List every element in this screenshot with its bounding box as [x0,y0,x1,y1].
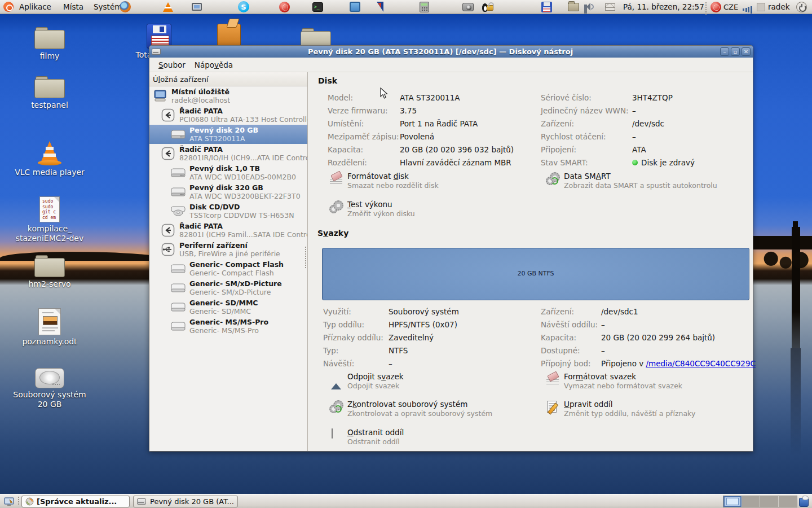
mount-point-link[interactable]: /media/C840CC9C40CC929C [646,359,755,368]
folder-applet-icon[interactable] [568,0,579,14]
terminal-launcher-icon[interactable]: >_ [312,0,323,14]
action-unmount-volume[interactable]: Odpojit svazek Odpojit svazek [329,372,404,391]
user-switcher-name[interactable]: radek [768,0,790,14]
sidebar-item-disk-320gb[interactable]: Pevný disk 320 GBATA WDC WD3200BEKT-22F3… [149,182,307,202]
disk-fields-left: Model:ATA ST320011A Verze firmwaru:3.75 … [328,91,514,169]
folder-icon [34,255,65,278]
action-format-disk[interactable]: Formátovat disk Smazat nebo rozdělit dis… [329,172,439,190]
drive-icon [137,498,145,505]
workspace-4[interactable] [779,496,797,507]
panel-grip [705,2,708,15]
menu-napoveda[interactable]: Nápověda [190,59,237,71]
sailboat-app-icon[interactable] [377,0,383,14]
sidebar-item-local-storage[interactable]: Místní úložištěradek@localhost [149,86,307,106]
package-manager-icon[interactable] [279,0,290,14]
hard-disk-icon [171,185,186,199]
check-gears-icon [329,400,343,414]
minimize-button[interactable]: – [720,47,729,56]
sidebar-item-generic-sd[interactable]: Generic- SD/MMCGeneric- SD/MMC [149,297,307,317]
desktop-icon-package[interactable] [217,24,241,46]
desktop-icon-filesystem-20gb[interactable]: Souborový systém20 GB [10,368,89,409]
desktop-icon-poznamky[interactable]: poznamky.odt [16,308,83,347]
maximize-button[interactable]: ▫ [731,47,740,56]
computer-launcher-icon[interactable] [192,0,202,14]
sidebar-item-controller-pata-2[interactable]: Řadič PATA82801IR/IO/IH (ICH9...ATA IDE … [149,144,307,163]
action-smart-data[interactable]: Data SMART Zobrazit data SMART a spustit… [545,172,717,190]
storage-devices-header[interactable]: Úložná zařízení [149,72,307,86]
action-format-volume[interactable]: Formátovat svazek Vymazat nebo formátova… [545,372,682,391]
wallpaper-pier-beam [753,236,812,249]
window-icon [152,48,160,55]
desktop: Aplikace Místa Systém S >_ Pá, 11. březe… [0,0,812,508]
action-edit-partition[interactable]: Upravit oddíl Změnit typ oddílu, návěští… [545,400,695,418]
volume-icon[interactable] [584,0,594,14]
sidebar-item-disk-1tb[interactable]: Pevný disk 1,0 TBATA WDC WD10EADS-00M2B0 [149,163,307,182]
cdrom-icon [171,204,186,218]
sidebar-item-generic-ms[interactable]: Generic- MS/MS-ProGeneric- MS/MS-Pro [149,317,307,336]
menu-applications[interactable]: Aplikace [17,0,54,14]
vlc-launcher-icon[interactable] [163,0,173,14]
sidebar-item-cdrom[interactable]: Disk CD/DVDTSSTcorp CDDVDW TS-H653N [149,202,307,221]
folder-icon [34,27,65,50]
action-delete-partition[interactable]: Odstranit oddíl Odstranit oddíl [329,428,404,446]
window-titlebar[interactable]: Pevný disk 20 GB (ATA ST320011A) [/dev/s… [149,46,753,58]
wallpaper-trees [753,248,812,274]
drive-icon [171,319,186,334]
volume-bar[interactable]: 20 GB NTFS [322,248,749,300]
pane-splitter[interactable] [304,246,307,269]
desktop-icon-kompilace-script[interactable]: sudo sudo git c cd em kompilace_stazeniE… [10,196,89,243]
trash-icon[interactable] [798,496,810,507]
workspace-3[interactable] [760,496,779,507]
workspace-1[interactable] [723,496,742,507]
sidebar-item-disk-20gb[interactable]: Pevný disk 20 GBATA ST320011A [149,125,307,144]
format-eraser-icon [329,172,343,186]
controller-icon [161,146,175,161]
mount-point: Připojeno v /media/C840CC9C40CC929C [601,359,756,368]
user-switcher-icon[interactable] [757,0,765,14]
calculator-icon[interactable] [420,0,429,14]
clock[interactable]: Pá, 11. březen, 22:57 [623,0,704,14]
desktop-icon-testpanel[interactable]: testpanel [27,76,72,110]
action-benchmark[interactable]: Test výkonu Změřit výkon disku [329,200,415,218]
workspace-2[interactable] [742,496,761,507]
mail-icon[interactable] [605,0,615,14]
keyboard-layout-indicator[interactable]: CZE [723,0,738,14]
taskbar-button-disk-utility[interactable]: Pevný disk 20 GB (AT... [133,496,238,507]
floppy-applet-icon[interactable] [541,0,552,14]
skype-launcher-icon[interactable]: S [238,0,249,14]
workspace-switcher [723,496,797,507]
action-check-filesystem[interactable]: Zkontrolovat souborový systém Zkontrolov… [329,400,492,418]
sidebar-item-controller-pata-3[interactable]: Řadič PATA82801I (ICH9 Famil...SATA IDE … [149,221,307,240]
menu-places[interactable]: Místa [61,0,86,14]
computer-icon [153,89,167,103]
desktop-icon-vlc[interactable]: VLC media player [11,140,88,177]
system-monitor-icon[interactable] [350,0,360,14]
controller-icon [161,223,175,238]
window-menubar: Soubor Nápověda [149,58,753,72]
taskbar-button-update-manager[interactable]: [Správce aktualiz... [21,496,130,507]
drive-icon [171,261,186,276]
update-notifier-icon[interactable] [710,0,721,14]
desktop-icon-hm2-servo[interactable]: hm2-servo [27,255,72,289]
disk-detail-pane: Disk Model:ATA ST320011A Verze firmwaru:… [308,72,753,451]
screenshot-icon[interactable] [462,0,474,14]
shutdown-icon[interactable] [796,0,807,14]
keyring-icon[interactable] [482,0,493,14]
folder-icon [34,76,65,99]
smart-gears-icon [545,172,560,186]
sidebar-item-generic-cf[interactable]: Generic- Compact FlashGeneric- Compact F… [149,259,307,278]
edit-document-icon [545,400,560,414]
sidebar-item-generic-sm[interactable]: Generic- SM/xD-PictureGeneric- SM/xD-Pic… [149,278,307,297]
menu-soubor[interactable]: Soubor [154,59,190,71]
distributor-logo-icon[interactable] [3,0,14,14]
sidebar-item-controller-pata-1[interactable]: Řadič PATAPCI0680 Ultra ATA-133 Host Con… [149,106,307,125]
network-signal-icon[interactable] [743,3,752,16]
package-icon [217,24,241,46]
usb-icon [161,242,175,257]
close-button[interactable]: ✕ [742,47,751,56]
controller-icon [161,108,175,122]
firefox-launcher-icon[interactable] [120,0,131,14]
sidebar-item-peripherals[interactable]: Periferní zařízeníUSB, FireWire a jiné p… [149,240,307,259]
desktop-icon-filmy[interactable]: filmy [27,27,72,61]
show-desktop-button[interactable] [2,496,16,507]
